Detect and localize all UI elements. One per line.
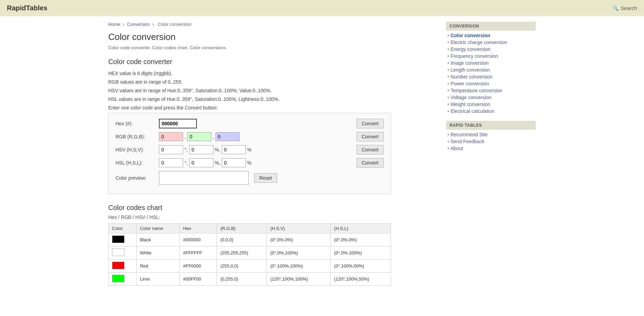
cell-hex: #00FF00: [180, 273, 217, 286]
hsv-label: HSV (H,S,V):: [115, 147, 157, 152]
sidebar-link[interactable]: Temperature conversion: [451, 88, 502, 93]
chart-sub: Hex / RGB / HSV / HSL:: [108, 214, 432, 220]
search-icon: [613, 5, 618, 11]
breadcrumb: Home › Conversion › Color conversion: [108, 22, 432, 27]
hsl-l-input[interactable]: [222, 158, 246, 167]
hsl-label: HSL (H,S,L):: [115, 160, 157, 166]
cell-rgb: (255,0,0): [217, 260, 267, 273]
rgb-label: RGB (R,G,B):: [115, 134, 157, 139]
cell-hsv: (0°,100%,100%): [267, 260, 331, 273]
sidebar-item: Power conversion: [447, 81, 536, 86]
sidebar-item: Temperature conversion: [447, 88, 536, 93]
sidebar-item: Energy conversion: [447, 46, 536, 52]
sidebar-item: Voltage conversion: [447, 95, 536, 100]
hsv-convert-button[interactable]: Convert: [356, 145, 384, 155]
hsl-s-input[interactable]: [189, 158, 213, 167]
breadcrumb-sep2: ›: [152, 22, 154, 27]
rgb-convert-button[interactable]: Convert: [356, 132, 384, 141]
search-label: Search: [621, 5, 637, 11]
sidebar-link[interactable]: Electrical calculation: [451, 108, 494, 114]
cell-hex: #FF0000: [180, 260, 217, 273]
hex-row: Hex (#): Convert: [115, 119, 384, 128]
sidebar-rapid-link[interactable]: Recommend Site: [451, 132, 487, 137]
cell-hsl: (0°,0%,100%): [331, 246, 391, 260]
hex-convert-button[interactable]: Convert: [356, 119, 384, 128]
hsv-s-input[interactable]: [189, 145, 213, 154]
cell-swatch: [109, 260, 137, 273]
sidebar-link[interactable]: Number conversion: [451, 74, 492, 80]
hex-inputs: [159, 119, 354, 128]
col-color: Color: [109, 224, 137, 233]
sidebar-rapid-link[interactable]: About: [451, 146, 463, 151]
rgb-r-input[interactable]: [159, 132, 183, 141]
rgb-b-input[interactable]: [215, 132, 240, 141]
info-button: Enter one color code and press the Conve…: [108, 104, 432, 112]
col-hsl: (H,S,L): [331, 224, 391, 233]
table-header-row: Color Color name Hex (R,G,B) (H,S,V) (H,…: [109, 224, 391, 233]
hsv-v-unit: %: [247, 147, 251, 152]
hex-label: Hex (#):: [115, 121, 157, 126]
sidebar-item: Number conversion: [447, 74, 536, 80]
table-row: Lime #00FF00 (0,255,0) (120°,100%,100%) …: [109, 273, 391, 286]
info-rgb: RGB values are in range of 0..255.: [108, 78, 432, 86]
converter-box: Hex (#): Convert RGB (R,G,B): , , Conver…: [108, 113, 391, 194]
hsl-convert-button[interactable]: Convert: [356, 158, 384, 168]
rgb-sep1: ,: [184, 134, 186, 139]
sidebar-conversion-list: Color conversionElectric charge conversi…: [446, 33, 536, 114]
hsl-s-unit: %,: [215, 160, 220, 166]
cell-hex: #000000: [180, 233, 217, 246]
sidebar-link[interactable]: Color conversion: [451, 33, 490, 38]
sidebar-link[interactable]: Energy conversion: [451, 46, 491, 52]
sidebar-rapid-link[interactable]: Send Feedback: [451, 139, 484, 144]
cell-swatch: [109, 246, 137, 260]
sidebar-link[interactable]: Length conversion: [451, 67, 490, 73]
col-name: Color name: [136, 224, 179, 233]
hsv-h-unit: °,: [184, 147, 188, 152]
info-hsv: HSV values are in range of Hue:0..359°, …: [108, 87, 432, 94]
search-button[interactable]: Search: [613, 5, 637, 11]
sidebar-link[interactable]: Weight conversion: [451, 102, 490, 107]
hsv-v-input[interactable]: [222, 145, 246, 154]
sidebar-link[interactable]: Frequency conversion: [451, 53, 498, 59]
color-preview-box: [159, 171, 249, 185]
cell-hsl: (120°,100%,50%): [331, 273, 391, 286]
cell-rgb: (0,0,0): [217, 233, 267, 246]
site-logo: RapidTables: [7, 4, 47, 12]
hsl-l-unit: %: [247, 160, 251, 166]
cell-hsv: (0°,0%,100%): [267, 246, 331, 260]
breadcrumb-home[interactable]: Home: [108, 22, 120, 27]
reset-button[interactable]: Reset: [254, 173, 277, 183]
sidebar-item: Electric charge conversion: [447, 40, 536, 45]
col-hsv: (H,S,V): [267, 224, 331, 233]
hsl-h-input[interactable]: [159, 158, 183, 167]
table-row: Red #FF0000 (255,0,0) (0°,100%,100%) (0°…: [109, 260, 391, 273]
sidebar-item: Electrical calculation: [447, 108, 536, 114]
sidebar-item: Send Feedback: [447, 139, 536, 144]
rgb-row: RGB (R,G,B): , , Convert: [115, 132, 384, 141]
info-button-post: button:: [202, 105, 218, 110]
sidebar-link[interactable]: Voltage conversion: [451, 95, 491, 100]
sidebar-item: Frequency conversion: [447, 53, 536, 59]
cell-rgb: (255,255,255): [217, 246, 267, 260]
table-row: Black #000000 (0,0,0) (0°,0%,0%) (0°,0%,…: [109, 233, 391, 246]
hex-input[interactable]: [159, 119, 197, 128]
sidebar-link[interactable]: Power conversion: [451, 81, 489, 86]
hsl-h-unit: °,: [184, 160, 188, 166]
cell-name: Red: [136, 260, 179, 273]
preview-row: Color preview: Reset: [115, 171, 384, 185]
rgb-inputs: , ,: [159, 132, 354, 141]
color-swatch: [112, 262, 124, 269]
sidebar-link[interactable]: Image conversion: [451, 60, 489, 66]
page-title: Color conversion: [108, 32, 432, 42]
breadcrumb-current: Color conversion: [158, 22, 192, 27]
breadcrumb-conversion[interactable]: Conversion: [127, 22, 150, 27]
hsv-h-input[interactable]: [159, 145, 183, 154]
cell-name: Lime: [136, 273, 179, 286]
hsv-s-unit: %,: [215, 147, 220, 152]
sidebar-link[interactable]: Electric charge conversion: [451, 40, 507, 45]
sidebar-item: About: [447, 146, 536, 151]
sidebar: CONVERSION Color conversionElectric char…: [446, 22, 536, 286]
info-hsl: HSL values are in range of Hue:0..359°, …: [108, 96, 432, 103]
rgb-g-input[interactable]: [187, 132, 211, 141]
sidebar-rapid-section: RAPID TABLES Recommend SiteSend Feedback…: [446, 121, 536, 151]
